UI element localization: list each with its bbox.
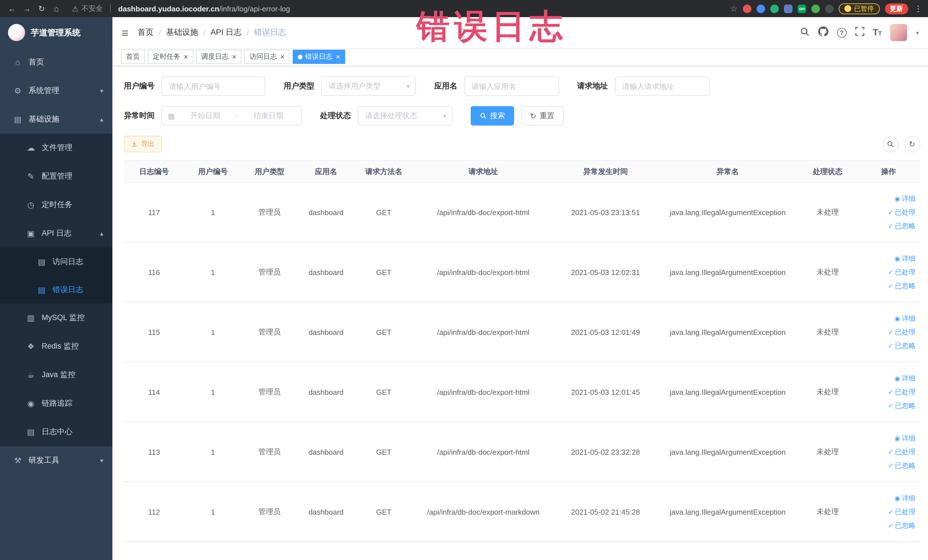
action-已忽略[interactable]: ✓已忽略	[888, 341, 916, 351]
action-label: 已处理	[895, 267, 916, 277]
tab-close-icon[interactable]: ×	[336, 53, 340, 61]
menu-item-首页[interactable]: ⌂首页	[0, 48, 112, 76]
tab-close-icon[interactable]: ×	[280, 53, 284, 61]
table-cell: dashboard	[297, 362, 355, 422]
menu-item-系统管理[interactable]: ⚙系统管理▾	[0, 76, 112, 105]
action-已处理[interactable]: ✓已处理	[888, 507, 916, 517]
search-button[interactable]: 搜索	[471, 106, 514, 125]
action-详细[interactable]: ◉详细	[894, 493, 916, 503]
browser-forward-icon[interactable]: →	[21, 2, 33, 15]
help-icon[interactable]: ?	[837, 27, 846, 37]
extension-grid-icon[interactable]	[784, 4, 792, 13]
action-已忽略[interactable]: ✓已忽略	[888, 221, 916, 231]
table-row: 1171管理员dashboardGET/api/infra/db-doc/exp…	[124, 182, 920, 242]
search-icon[interactable]	[800, 26, 809, 38]
user-type-select[interactable]: 请选择用户类型 ▾	[321, 76, 416, 96]
tab-访问日志[interactable]: 访问日志×	[244, 50, 290, 64]
menu-item-MySQL 监控[interactable]: ▥MySQL 监控	[0, 304, 112, 332]
action-详细[interactable]: ◉详细	[894, 314, 916, 323]
table-row: 1121管理员dashboardGET/api/infra/db-doc/exp…	[124, 482, 920, 542]
menu-item-Java 监控[interactable]: ☕Java 监控	[0, 360, 112, 389]
action-详细[interactable]: ◉详细	[894, 433, 916, 443]
extension-red-icon[interactable]	[743, 4, 751, 13]
action-已处理[interactable]: ✓已处理	[888, 387, 916, 397]
view-icon: ◉	[894, 315, 900, 322]
menu-item-Redis 监控[interactable]: ❖Redis 监控	[0, 332, 112, 360]
view-icon: ◉	[894, 494, 900, 502]
browser-menu-icon[interactable]: ⋮	[914, 4, 922, 13]
hamburger-icon[interactable]: ≡	[122, 26, 129, 38]
menu-item-定时任务[interactable]: ◷定时任务	[0, 191, 112, 219]
tab-错误日志[interactable]: 错误日志×	[293, 50, 345, 64]
font-size-icon[interactable]: TT	[873, 28, 882, 37]
browser-home-icon[interactable]: ⌂	[50, 2, 63, 15]
browser-back-icon[interactable]: ←	[6, 2, 18, 15]
browser-chrome: ← → ↻ ⌂ ⚠ 不安全 dashboard.yudao.iocoder.cn…	[0, 0, 928, 17]
menu-item-label: 访问日志	[52, 256, 83, 267]
extension-paw-icon[interactable]	[825, 4, 833, 13]
action-已处理[interactable]: ✓已处理	[888, 447, 916, 457]
toggle-search-button[interactable]	[882, 136, 898, 152]
extension-on-badge-icon[interactable]: on	[798, 4, 806, 13]
menu-item-研发工具[interactable]: ⚒研发工具▾	[0, 446, 112, 475]
user-avatar[interactable]	[890, 24, 907, 41]
menu-item-API 日志[interactable]: ▣API 日志▴	[0, 219, 112, 248]
app-name-input[interactable]	[464, 76, 559, 96]
extension-leaf-icon[interactable]	[811, 4, 820, 13]
menu-item-label: 基础设施	[29, 114, 60, 124]
action-已忽略[interactable]: ✓已忽略	[888, 401, 916, 410]
update-badge-label: 更新	[890, 4, 903, 13]
tab-label: 调度日志	[201, 52, 229, 62]
action-已处理[interactable]: ✓已处理	[888, 327, 916, 337]
action-已忽略[interactable]: ✓已忽略	[888, 461, 916, 470]
tab-定时任务[interactable]: 定时任务×	[148, 50, 193, 64]
browser-reload-icon[interactable]: ↻	[35, 2, 48, 15]
filter-app-name: 应用名	[434, 76, 559, 96]
menu-item-基础设施[interactable]: ▤基础设施▴	[0, 105, 112, 134]
extension-blue-icon[interactable]	[757, 4, 765, 13]
action-已处理[interactable]: ✓已处理	[888, 208, 916, 217]
avatar-caret-icon[interactable]: ▾	[916, 29, 919, 36]
bookmark-star-icon[interactable]: ☆	[730, 3, 738, 14]
menu-item-错误日志[interactable]: ▤错误日志	[0, 276, 112, 304]
action-详细[interactable]: ◉详细	[894, 194, 916, 203]
paused-badge[interactable]: 已暂停	[839, 3, 879, 14]
update-badge[interactable]: 更新	[885, 3, 908, 14]
logo-bar[interactable]: 芋道管理系统	[0, 17, 112, 48]
action-已处理[interactable]: ✓已处理	[888, 267, 916, 277]
view-icon: ◉	[894, 375, 900, 382]
action-详细[interactable]: ◉详细	[894, 253, 916, 263]
menu-item-访问日志[interactable]: ▤访问日志	[0, 248, 112, 276]
export-button[interactable]: 导出	[124, 136, 162, 153]
reset-button[interactable]: ↻ 重置	[521, 106, 564, 125]
breadcrumb-item[interactable]: 首页	[138, 27, 154, 38]
menu-item-日志中心[interactable]: ▤日志中心	[0, 418, 112, 446]
extension-green-circle-icon[interactable]	[770, 4, 779, 13]
content: 用户编号 用户类型 请选择用户类型 ▾ 应用名	[112, 66, 928, 560]
action-已忽略[interactable]: ✓已忽略	[888, 520, 916, 530]
breadcrumb-item[interactable]: API 日志	[211, 27, 242, 38]
menu-item-链路追踪[interactable]: ◉链路追踪	[0, 389, 112, 418]
github-icon[interactable]	[818, 26, 828, 39]
breadcrumb-item[interactable]: 基础设施	[166, 27, 198, 38]
menu-item-配置管理[interactable]: ✎配置管理	[0, 162, 112, 191]
action-label: 已处理	[895, 208, 916, 217]
action-label: 已忽略	[895, 341, 916, 351]
request-url-input[interactable]	[615, 76, 710, 96]
action-详细[interactable]: ◉详细	[894, 374, 916, 383]
menu-item-文件管理[interactable]: ☁文件管理	[0, 134, 112, 162]
address-bar[interactable]: dashboard.yudao.iocoder.cn/infra/log/api…	[118, 4, 290, 13]
action-已忽略[interactable]: ✓已忽略	[888, 281, 916, 291]
site-security-indicator[interactable]: ⚠ 不安全	[72, 4, 103, 14]
fullscreen-icon[interactable]	[855, 27, 864, 38]
date-range-picker[interactable]: ▦ 开始日期 - 结束日期	[162, 106, 302, 125]
tab-close-icon[interactable]: ×	[232, 53, 236, 61]
user-id-input[interactable]	[162, 76, 265, 96]
refresh-table-button[interactable]: ↻	[904, 136, 920, 152]
tab-首页[interactable]: 首页	[121, 50, 145, 64]
process-status-select[interactable]: 请选择处理状态 ▾	[358, 106, 452, 125]
header-actions: ? TT ▾	[800, 24, 919, 41]
menu-item-label: 定时任务	[42, 200, 72, 210]
tab-调度日志[interactable]: 调度日志×	[196, 50, 241, 64]
tab-close-icon[interactable]: ×	[184, 53, 188, 61]
